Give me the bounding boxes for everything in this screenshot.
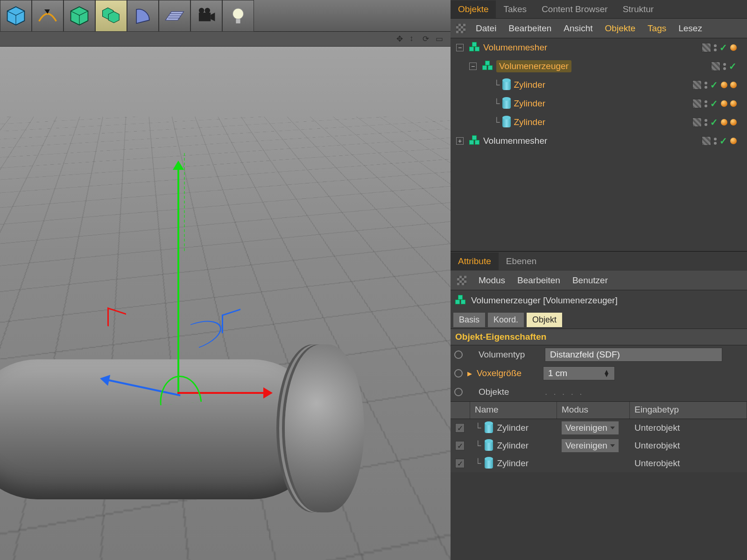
tool-cube[interactable] [0,0,32,32]
menu-datei[interactable]: Datei [476,23,496,34]
updown-icon[interactable]: ↕ [409,34,420,44]
table-row[interactable]: ✓└ZylinderVereinigenUnterobjekt [451,437,747,455]
tag-icon[interactable] [721,100,727,107]
menu-objekte[interactable]: Objekte [605,23,635,34]
volume-icon [455,295,466,306]
row-name: Zylinder [497,458,529,469]
enable-check[interactable]: ✓ [710,98,718,109]
layer-toggle[interactable] [711,62,720,71]
vis-dots[interactable] [714,138,717,145]
expand-toggle[interactable]: + [456,137,464,145]
table-row[interactable]: ✓└ZylinderUnterobjekt [451,455,747,472]
cylinder-icon [502,80,511,90]
layer-toggle[interactable] [692,99,702,108]
enable-check[interactable]: ✓ [719,135,727,147]
property-tabs: BasisKoord.Objekt [451,311,747,329]
expand-icon[interactable]: ▶ [467,370,472,377]
menu-lesez[interactable]: Lesez [678,23,702,34]
tag-icon[interactable] [730,44,737,51]
tool-camera[interactable] [190,0,222,32]
ptab-basis[interactable]: Basis [453,313,485,327]
tree-node[interactable]: −Volumenmesher✓ [451,38,747,57]
anim-dot[interactable] [454,369,463,378]
volumentyp-select[interactable]: Distanzfeld (SDF) [545,348,722,362]
row-check[interactable]: ✓ [455,459,465,468]
row-check[interactable]: ✓ [455,441,465,450]
menu-ansicht[interactable]: Ansicht [564,23,592,34]
layer-toggle[interactable] [702,136,711,146]
tool-light[interactable] [222,0,254,32]
grid-icon[interactable] [456,24,465,33]
tab-objekte[interactable]: Objekte [451,0,496,18]
enable-check[interactable]: ✓ [719,42,727,53]
tag-icon[interactable] [730,119,737,126]
anim-dot[interactable] [454,350,463,359]
ptab-koord[interactable]: Koord. [488,313,524,327]
vis-dots[interactable] [705,100,707,107]
tag-icon[interactable] [721,119,727,126]
object-menu: DateiBearbeitenAnsichtObjekteTagsLesez [451,19,747,38]
tab-attribute[interactable]: Attribute [451,252,499,270]
volume-icon [469,42,480,53]
maximize-icon[interactable]: ▭ [436,34,446,44]
anim-dot[interactable] [454,388,463,396]
vis-dots[interactable] [723,63,726,70]
enable-check[interactable]: ✓ [710,117,718,128]
tag-icon[interactable] [730,82,737,88]
tool-deformer[interactable] [127,0,159,32]
vis-dots[interactable] [705,82,707,89]
tag-icon[interactable] [730,100,737,107]
expand-toggle[interactable]: − [469,63,477,70]
voxel-input[interactable]: 1 cm▲▼ [543,366,615,380]
menu-bearbeiten[interactable]: Bearbeiten [508,23,551,34]
node-label[interactable]: Zylinder [514,98,545,109]
transform-gizmo[interactable] [61,149,280,411]
tool-generator-multi[interactable] [95,0,127,32]
row-check[interactable]: ✓ [455,423,465,433]
table-header: Modus [557,402,630,419]
tab-takes[interactable]: Takes [496,0,534,18]
move-icon[interactable]: ✥ [396,34,407,44]
ptab-objekt[interactable]: Objekt [527,313,562,327]
vis-dots[interactable] [714,44,717,51]
tree-node[interactable]: +Volumenmesher✓ [451,132,747,150]
tag-icon[interactable] [721,82,727,88]
layer-toggle[interactable] [692,80,702,90]
row-type: Unterobjekt [630,421,747,435]
grid-icon[interactable] [457,276,466,285]
layer-toggle[interactable] [692,118,702,127]
tree-node[interactable]: −Volumenerzeuger✓ [451,57,747,76]
tree-node[interactable]: └ Zylinder✓ [451,94,747,113]
tab-ebenen[interactable]: Ebenen [499,252,544,270]
table-row[interactable]: ✓└ZylinderVereinigenUnterobjekt [451,419,747,437]
tree-node[interactable]: └ Zylinder✓ [451,76,747,94]
enable-check[interactable]: ✓ [729,61,737,72]
cylinder-icon [502,117,511,127]
enable-check[interactable]: ✓ [710,79,718,91]
mode-select[interactable]: Vereinigen [562,439,619,452]
tab-content-browser[interactable]: Content Browser [534,0,615,18]
table-header: Name [470,402,557,419]
menu-tags[interactable]: Tags [648,23,666,34]
tool-generator[interactable] [63,0,95,32]
menu-item[interactable]: Benutzer [572,275,608,286]
tree-node[interactable]: └ Zylinder✓ [451,113,747,132]
tool-floor[interactable] [159,0,190,32]
viewport[interactable] [0,47,451,560]
node-label[interactable]: Volumenmesher [483,136,547,146]
expand-toggle[interactable]: − [456,44,464,51]
menu-item[interactable]: Bearbeiten [517,275,560,286]
node-label[interactable]: Zylinder [514,117,545,127]
vis-dots[interactable] [705,119,707,126]
mode-select[interactable]: Vereinigen [562,421,619,434]
tag-icon[interactable] [730,138,737,144]
tab-struktur[interactable]: Struktur [615,0,662,18]
node-label[interactable]: Volumenmesher [483,42,547,53]
object-tree[interactable]: −Volumenmesher✓−Volumenerzeuger✓└ Zylind… [451,38,747,251]
menu-item[interactable]: Modus [479,275,505,286]
tool-spline[interactable] [32,0,63,32]
node-label[interactable]: Zylinder [514,80,545,90]
rotate-icon[interactable]: ⟳ [423,34,433,44]
node-label[interactable]: Volumenerzeuger [496,60,571,72]
layer-toggle[interactable] [702,43,711,52]
